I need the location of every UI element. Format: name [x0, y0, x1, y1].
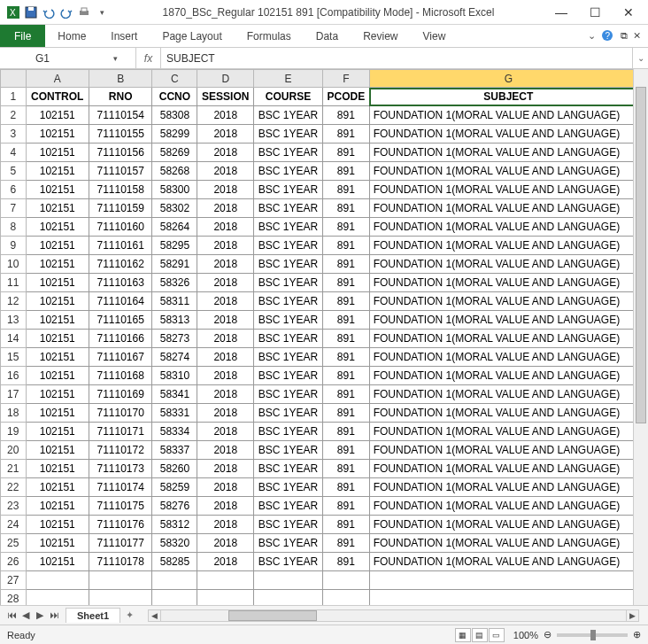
cell[interactable]: 2018 [197, 255, 254, 274]
cell[interactable]: 58308 [152, 106, 197, 125]
cell[interactable]: 102151 [26, 348, 89, 367]
cell[interactable]: 58295 [152, 237, 197, 255]
cell[interactable]: FOUNDATION 1(MORAL VALUE AND LANGUAGE) [369, 516, 647, 534]
column-header-D[interactable]: D [197, 70, 254, 88]
cell[interactable]: BSC 1YEAR [254, 162, 323, 181]
name-box-dropdown-icon[interactable]: ▾ [113, 54, 118, 63]
cell[interactable]: 102151 [26, 367, 89, 385]
worksheet-grid[interactable]: ABCDEFG 1CONTROLRNOCCNOSESSIONCOURSEPCOD… [0, 69, 648, 605]
row-header[interactable]: 6 [1, 181, 27, 199]
cell[interactable]: 2018 [197, 330, 254, 348]
cell[interactable]: BSC 1YEAR [254, 404, 323, 423]
cell[interactable]: 102151 [26, 274, 89, 292]
cell[interactable]: 71110166 [89, 330, 151, 348]
cell[interactable]: 891 [322, 423, 369, 441]
cell[interactable]: FOUNDATION 1(MORAL VALUE AND LANGUAGE) [369, 218, 647, 237]
row-header[interactable]: 2 [1, 106, 27, 125]
cell[interactable]: 58285 [152, 553, 197, 571]
row-header[interactable]: 11 [1, 274, 27, 292]
row-header[interactable]: 8 [1, 218, 27, 237]
cell[interactable]: CCNO [152, 88, 197, 106]
row-header[interactable]: 24 [1, 516, 27, 534]
cell[interactable]: 58311 [152, 292, 197, 311]
cell[interactable]: 58274 [152, 348, 197, 367]
cell[interactable]: FOUNDATION 1(MORAL VALUE AND LANGUAGE) [369, 162, 647, 181]
cell[interactable]: 102151 [26, 478, 89, 497]
row-header[interactable]: 4 [1, 144, 27, 162]
cell[interactable]: 102151 [26, 255, 89, 274]
cell[interactable]: 102151 [26, 237, 89, 255]
cell[interactable]: 102151 [26, 423, 89, 441]
cell[interactable]: 71110154 [89, 106, 151, 125]
cell[interactable]: 2018 [197, 404, 254, 423]
cell[interactable]: FOUNDATION 1(MORAL VALUE AND LANGUAGE) [369, 423, 647, 441]
cell[interactable]: 58337 [152, 441, 197, 460]
cell[interactable]: BSC 1YEAR [254, 534, 323, 553]
zoom-in-button[interactable]: ⊕ [633, 629, 641, 640]
row-header[interactable]: 3 [1, 125, 27, 144]
cell[interactable]: 71110168 [89, 367, 151, 385]
cell[interactable]: COURSE [254, 88, 323, 106]
row-header[interactable]: 13 [1, 311, 27, 330]
cell[interactable]: 891 [322, 144, 369, 162]
cell[interactable]: 71110165 [89, 311, 151, 330]
save-icon[interactable] [23, 4, 39, 20]
cell[interactable]: FOUNDATION 1(MORAL VALUE AND LANGUAGE) [369, 460, 647, 478]
cell[interactable]: BSC 1YEAR [254, 367, 323, 385]
cell[interactable]: 58334 [152, 423, 197, 441]
cell[interactable]: 2018 [197, 423, 254, 441]
sheet-tab[interactable]: Sheet1 [66, 608, 120, 623]
cell[interactable]: 102151 [26, 162, 89, 181]
cell[interactable]: BSC 1YEAR [254, 441, 323, 460]
cell[interactable]: 71110167 [89, 348, 151, 367]
column-header-C[interactable]: C [152, 70, 197, 88]
cell[interactable]: 71110159 [89, 199, 151, 218]
minimize-button[interactable]: — [551, 5, 572, 19]
close-button[interactable]: ✕ [618, 5, 639, 19]
cell[interactable]: 2018 [197, 534, 254, 553]
cell[interactable]: BSC 1YEAR [254, 348, 323, 367]
row-header[interactable]: 23 [1, 497, 27, 516]
cell[interactable]: FOUNDATION 1(MORAL VALUE AND LANGUAGE) [369, 367, 647, 385]
cell[interactable]: 71110169 [89, 385, 151, 404]
cell[interactable]: FOUNDATION 1(MORAL VALUE AND LANGUAGE) [369, 330, 647, 348]
cell[interactable]: FOUNDATION 1(MORAL VALUE AND LANGUAGE) [369, 404, 647, 423]
cell[interactable]: BSC 1YEAR [254, 311, 323, 330]
tab-nav-next-icon[interactable]: ▶ [34, 609, 46, 621]
cell[interactable]: 891 [322, 199, 369, 218]
cell[interactable]: 891 [322, 385, 369, 404]
cell[interactable]: 891 [322, 274, 369, 292]
ribbon-tab-review[interactable]: Review [351, 25, 410, 47]
cell[interactable] [152, 590, 197, 606]
row-header[interactable]: 28 [1, 590, 27, 606]
cell[interactable]: BSC 1YEAR [254, 497, 323, 516]
ribbon-minimize-icon[interactable]: ⌄ [588, 30, 596, 42]
cell[interactable]: 2018 [197, 199, 254, 218]
cell[interactable]: 2018 [197, 311, 254, 330]
cell[interactable]: 2018 [197, 125, 254, 144]
cell[interactable]: 58268 [152, 162, 197, 181]
cell[interactable]: FOUNDATION 1(MORAL VALUE AND LANGUAGE) [369, 181, 647, 199]
cell[interactable]: BSC 1YEAR [254, 330, 323, 348]
cell[interactable]: 58291 [152, 255, 197, 274]
cell[interactable]: 102151 [26, 125, 89, 144]
row-header[interactable]: 27 [1, 571, 27, 590]
cell[interactable]: BSC 1YEAR [254, 553, 323, 571]
cell[interactable]: 102151 [26, 330, 89, 348]
cell[interactable]: 891 [322, 181, 369, 199]
cell[interactable]: 71110162 [89, 255, 151, 274]
cell[interactable] [322, 590, 369, 606]
cell[interactable]: 58341 [152, 385, 197, 404]
normal-view-button[interactable]: ▦ [455, 628, 471, 642]
cell[interactable]: 71110174 [89, 478, 151, 497]
cell[interactable] [26, 590, 89, 606]
cell[interactable]: BSC 1YEAR [254, 255, 323, 274]
ribbon-tab-view[interactable]: View [411, 25, 459, 47]
cell[interactable]: 102151 [26, 181, 89, 199]
cell[interactable]: 102151 [26, 441, 89, 460]
cell[interactable]: 891 [322, 330, 369, 348]
new-sheet-button[interactable]: ✦ [120, 609, 139, 621]
row-header[interactable]: 17 [1, 385, 27, 404]
cell[interactable]: 891 [322, 348, 369, 367]
cell[interactable]: 58259 [152, 478, 197, 497]
